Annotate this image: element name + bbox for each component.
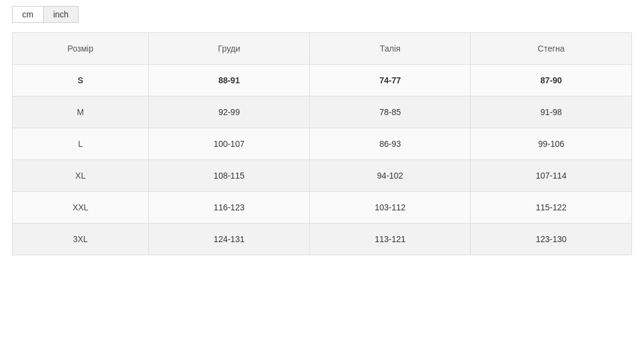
table-row: XXL116-123103-112115-122 xyxy=(13,192,632,224)
table-header-row: Розмір Груди Талія Стегна xyxy=(13,33,632,65)
cell-chest: 92-99 xyxy=(149,96,310,128)
cell-hips: 91-98 xyxy=(471,96,632,128)
cell-size: L xyxy=(13,128,149,160)
cell-hips: 87-90 xyxy=(471,65,632,96)
cell-chest: 108-115 xyxy=(149,160,310,192)
cell-hips: 99-106 xyxy=(471,128,632,160)
table-row: M92-9978-8591-98 xyxy=(13,96,632,128)
cell-waist: 103-112 xyxy=(309,192,471,224)
inch-button[interactable]: inch xyxy=(43,6,79,23)
cell-waist: 86-93 xyxy=(309,128,471,160)
header-hips: Стегна xyxy=(471,33,632,65)
cell-chest: 88-91 xyxy=(149,65,310,96)
cell-size: M xyxy=(13,96,149,128)
table-row: L100-10786-9399-106 xyxy=(13,128,632,160)
table-body: S88-9174-7787-90M92-9978-8591-98L100-107… xyxy=(13,65,632,255)
cell-chest: 100-107 xyxy=(149,128,310,160)
cell-chest: 116-123 xyxy=(149,192,310,224)
unit-toggle: cm inch xyxy=(12,6,632,23)
header-size: Розмір xyxy=(13,33,149,65)
table-row: S88-9174-7787-90 xyxy=(13,65,632,96)
cell-size: XXL xyxy=(13,192,149,224)
cell-size: XL xyxy=(13,160,149,192)
cell-hips: 107-114 xyxy=(471,160,632,192)
cell-hips: 115-122 xyxy=(471,192,632,224)
size-table: Розмір Груди Талія Стегна S88-9174-7787-… xyxy=(12,32,632,255)
header-chest: Груди xyxy=(149,33,310,65)
cell-size: 3XL xyxy=(13,224,149,255)
header-waist: Талія xyxy=(309,33,471,65)
table-row: 3XL124-131113-121123-130 xyxy=(13,224,632,255)
table-row: XL108-11594-102107-114 xyxy=(13,160,632,192)
cell-waist: 74-77 xyxy=(309,65,471,96)
cell-hips: 123-130 xyxy=(471,224,632,255)
cm-button[interactable]: cm xyxy=(12,6,43,23)
cell-size: S xyxy=(13,65,149,96)
cell-chest: 124-131 xyxy=(149,224,310,255)
cell-waist: 78-85 xyxy=(309,96,471,128)
cell-waist: 113-121 xyxy=(309,224,471,255)
cell-waist: 94-102 xyxy=(309,160,471,192)
